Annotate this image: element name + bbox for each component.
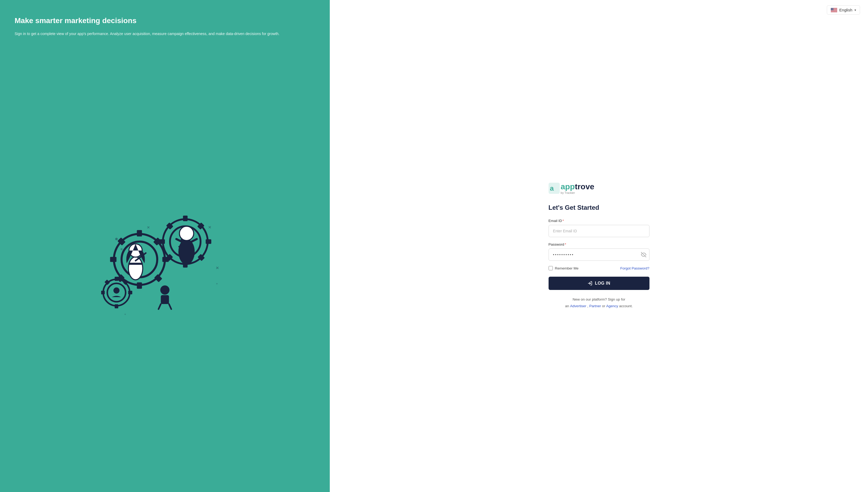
svg-text:+: + <box>216 282 218 286</box>
logo-trove-text: trove <box>575 182 594 191</box>
svg-rect-21 <box>183 216 188 221</box>
eye-off-icon <box>641 252 646 257</box>
svg-text:+: + <box>124 312 126 315</box>
advertiser-link[interactable]: Advertiser <box>570 304 586 308</box>
form-heading: Let's Get Started <box>549 204 649 211</box>
login-form-wrapper: a apptrove by Trackier Let's Get Started… <box>543 183 655 309</box>
svg-rect-14 <box>128 291 132 294</box>
svg-rect-33 <box>128 263 143 265</box>
login-icon <box>588 281 592 286</box>
svg-rect-12 <box>115 277 118 281</box>
email-required-star: * <box>563 219 564 223</box>
svg-point-42 <box>115 238 118 240</box>
chevron-down-icon: ▾ <box>854 8 856 12</box>
svg-point-72 <box>832 9 832 9</box>
partner-link[interactable]: Partner <box>589 304 601 308</box>
signup-text: New on our platform? Sign up for an Adve… <box>549 296 649 309</box>
svg-text:×: × <box>208 224 211 230</box>
svg-point-69 <box>833 9 833 9</box>
left-panel-heading: Make smarter marketing decisions <box>15 16 315 25</box>
svg-rect-24 <box>159 239 165 244</box>
svg-line-40 <box>158 304 161 309</box>
logo-area: a apptrove by Trackier <box>549 183 649 194</box>
svg-rect-2 <box>137 230 142 237</box>
remember-me-checkbox[interactable] <box>549 266 553 270</box>
svg-point-74 <box>833 9 833 9</box>
toggle-password-button[interactable] <box>641 252 646 257</box>
svg-point-81 <box>832 10 832 10</box>
svg-rect-39 <box>161 295 169 304</box>
logo-app-text: app <box>561 182 575 191</box>
email-label: Email ID* <box>549 219 649 223</box>
logo-by-text: by Trackier <box>561 191 595 194</box>
svg-rect-15 <box>101 291 105 294</box>
svg-rect-23 <box>206 239 212 244</box>
illustration-container: × × × + + <box>15 48 315 476</box>
agency-link[interactable]: Agency <box>606 304 618 308</box>
svg-point-43 <box>121 248 123 250</box>
svg-rect-53 <box>831 10 837 10</box>
login-button[interactable]: LOG IN <box>549 277 649 290</box>
password-input[interactable] <box>549 248 649 261</box>
svg-point-18 <box>114 288 120 294</box>
logo-icon: a <box>549 183 560 194</box>
password-label: Password* <box>549 242 649 246</box>
remember-forgot-row: Remember Me Forgot Password? <box>549 266 649 270</box>
svg-point-68 <box>832 9 833 9</box>
email-input[interactable] <box>549 225 649 237</box>
left-panel: Make smarter marketing decisions Sign in… <box>0 0 330 492</box>
password-required-star: * <box>565 242 566 246</box>
password-wrapper <box>549 248 649 261</box>
svg-rect-55 <box>831 11 837 12</box>
hero-illustration: × × × + + <box>101 208 229 315</box>
svg-rect-5 <box>110 257 117 262</box>
svg-point-65 <box>833 8 833 9</box>
email-field-group: Email ID* <box>549 219 649 237</box>
language-label: English <box>839 8 852 12</box>
language-selector[interactable]: English ▾ <box>827 5 860 15</box>
password-field-group: Password* <box>549 242 649 261</box>
remember-me-group: Remember Me <box>549 266 578 270</box>
right-panel: English ▾ a apptrove by Trackier <box>330 0 868 492</box>
svg-rect-8 <box>154 274 163 282</box>
login-container: a apptrove by Trackier Let's Get Started… <box>330 0 868 492</box>
svg-rect-3 <box>137 282 142 289</box>
forgot-password-link[interactable]: Forgot Password? <box>620 266 649 270</box>
svg-text:×: × <box>216 265 219 271</box>
svg-point-83 <box>833 10 833 10</box>
svg-text:a: a <box>550 184 554 192</box>
svg-rect-13 <box>115 304 118 308</box>
login-button-label: LOG IN <box>595 281 611 286</box>
svg-rect-54 <box>831 11 837 11</box>
svg-point-70 <box>833 9 834 9</box>
svg-point-66 <box>831 9 832 9</box>
svg-point-63 <box>832 8 832 9</box>
left-panel-text: Make smarter marketing decisions Sign in… <box>15 16 315 37</box>
svg-point-35 <box>179 226 194 241</box>
svg-point-34 <box>178 239 195 265</box>
svg-point-67 <box>832 9 832 9</box>
left-panel-description: Sign in to get a complete view of your a… <box>15 31 315 37</box>
remember-me-label[interactable]: Remember Me <box>555 266 578 270</box>
svg-point-38 <box>160 286 170 295</box>
us-flag-icon <box>831 8 837 12</box>
svg-text:×: × <box>147 225 150 230</box>
svg-line-41 <box>169 304 171 309</box>
